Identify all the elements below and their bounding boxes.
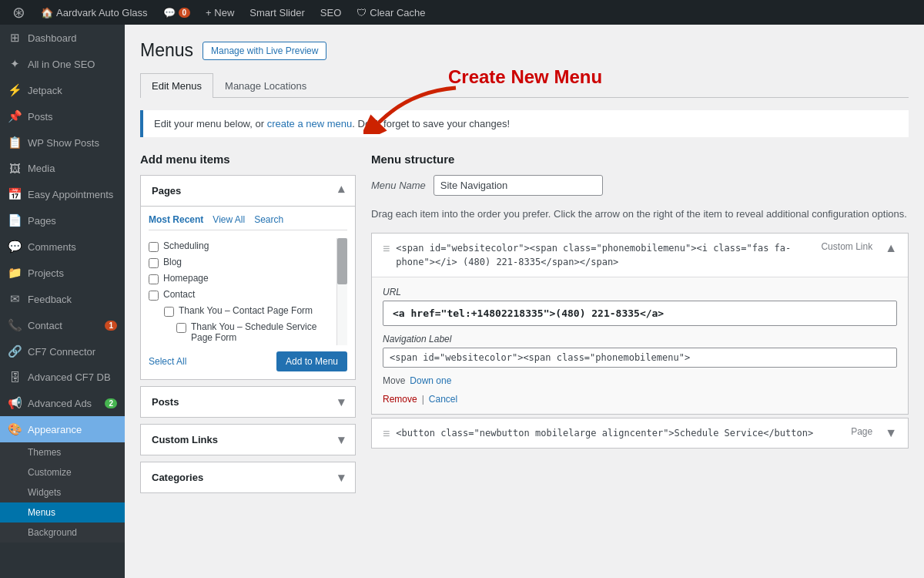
pages-icon: 📄 [8,213,22,227]
posts-accordion-header[interactable]: Posts ▾ [141,387,355,417]
page-checkbox-blog[interactable] [149,258,159,268]
appointments-icon: 📅 [8,187,22,201]
custom-links-accordion-header[interactable]: Custom Links ▾ [141,425,355,455]
menu-name-input[interactable] [434,175,603,196]
page-header: Menus Manage with Live Preview [140,40,909,61]
sidebar-item-all-in-one-seo[interactable]: ✦ All in One SEO [0,51,125,77]
sidebar-item-feedback[interactable]: ✉ Feedback [0,286,125,312]
sidebar-item-label: Comments [28,241,76,253]
submenu-label: Menus [28,507,55,518]
pages-accordion-footer: Select All Add to Menu [149,351,347,371]
categories-accordion-header[interactable]: Categories ▾ [141,462,355,492]
tab-most-recent[interactable]: Most Recent [149,214,203,225]
menu-item-expanded: URL <a href="tel:+14802218335">(480) 221… [372,277,908,414]
comments-link[interactable]: 💬 0 [157,0,197,25]
seo-link[interactable]: SEO [314,0,347,25]
sidebar-item-label: Media [28,163,55,174]
list-item: Thank You – Schedule Service Page Form [149,319,336,345]
add-to-menu-button[interactable]: Add to Menu [276,351,347,371]
url-display: <a href="tel:+14802218335">(480) 221-833… [383,301,897,326]
custom-links-accordion-label: Custom Links [152,434,218,445]
create-new-menu-link[interactable]: create a new menu [267,118,353,129]
smart-slider-link[interactable]: Smart Slider [243,0,311,25]
sidebar-item-contact[interactable]: 📞 Contact 1 [0,312,125,338]
smart-slider-label: Smart Slider [249,7,305,18]
cancel-link[interactable]: Cancel [429,394,457,405]
media-icon: 🖼 [8,162,22,175]
sidebar-subitem-background[interactable]: Background [0,523,125,543]
menus-layout: Add menu items Pages ▾ Most Recent View … [140,153,909,499]
live-preview-button[interactable]: Manage with Live Preview [203,42,326,60]
submenu-label: Background [28,527,77,538]
wp-logo-link[interactable]: ⊛ [6,0,32,25]
sidebar-item-label: CF7 Connector [28,346,95,358]
notice-bar: Edit your menu below, or create a new me… [140,110,909,137]
clear-cache-label: Clear Cache [370,7,425,18]
menu-item-header: ≡ <button class="newbutton mobilelarge a… [372,418,908,448]
pages-accordion: Pages ▾ Most Recent View All Search [140,175,356,380]
add-menu-items-title: Add menu items [140,153,356,166]
seo-icon: ✦ [8,57,22,71]
new-content-link[interactable]: + New [199,0,240,25]
sidebar-item-dashboard[interactable]: ⊞ Dashboard [0,25,125,51]
sidebar-item-advanced-cf7-db[interactable]: 🗄 Advanced CF7 DB [0,365,125,390]
list-item: Scheduling [149,238,336,254]
pages-accordion-label: Pages [152,185,181,197]
sidebar-item-jetpack[interactable]: ⚡ Jetpack [0,77,125,103]
page-checkbox-scheduling[interactable] [149,242,159,252]
page-checkbox-thankyou-schedule[interactable] [176,323,186,333]
menu-structure-panel: Menu structure Menu Name Drag each item … [371,153,909,452]
categories-accordion: Categories ▾ [140,462,356,493]
menu-name-label: Menu Name [371,180,426,191]
home-icon: 🏠 [41,7,53,18]
move-down-link[interactable]: Down one [410,375,451,386]
pages-accordion-header[interactable]: Pages ▾ [141,176,355,206]
page-label: Homepage [163,273,209,284]
select-all-link[interactable]: Select All [149,356,186,367]
sidebar-subitem-themes[interactable]: Themes [0,442,125,462]
submenu-label: Widgets [28,487,61,498]
tab-view-all[interactable]: View All [213,214,245,225]
tab-edit-menus[interactable]: Edit Menus [140,73,213,98]
clear-cache-link[interactable]: 🛡 Clear Cache [350,0,431,25]
menu-item-toggle-icon[interactable]: ▼ [885,426,897,440]
menus-tabs: Edit Menus Manage Locations [140,73,909,98]
menu-item-toggle-icon[interactable]: ▲ [885,241,897,255]
sidebar-subitem-widgets[interactable]: Widgets [0,482,125,502]
drag-handle-icon[interactable]: ≡ [383,426,390,440]
sidebar-item-pages[interactable]: 📄 Pages [0,207,125,234]
menu-item-card: ≡ <span id="websitecolor"><span class="p… [371,233,909,415]
sidebar-item-label: Contact [28,320,62,331]
menu-item-type: Page [851,426,872,437]
remove-link[interactable]: Remove [383,394,417,405]
list-item: Homepage [149,271,336,287]
page-checkbox-homepage[interactable] [149,274,159,284]
sidebar-item-posts[interactable]: 📌 Posts [0,103,125,129]
sidebar-item-appearance[interactable]: 🎨 Appearance [0,416,125,442]
custom-links-accordion: Custom Links ▾ [140,424,356,455]
site-name-link[interactable]: 🏠 Aardvark Auto Glass [35,0,154,25]
tab-manage-locations[interactable]: Manage Locations [213,73,318,98]
pages-scrollbar[interactable] [336,238,347,345]
tab-search[interactable]: Search [254,214,283,225]
sidebar-item-comments[interactable]: 💬 Comments [0,234,125,260]
sidebar-item-wp-show-posts[interactable]: 📋 WP Show Posts [0,129,125,156]
sidebar-item-cf7-connector[interactable]: 🔗 CF7 Connector [0,338,125,365]
categories-accordion-label: Categories [152,472,203,483]
sidebar-subitem-menus[interactable]: Menus [0,502,125,523]
page-checkbox-thankyou-contact[interactable] [164,307,174,317]
sidebar-item-media[interactable]: 🖼 Media [0,156,125,181]
posts-accordion: Posts ▾ [140,386,356,418]
sidebar-subitem-customize[interactable]: Customize [0,462,125,482]
sidebar-item-projects[interactable]: 📁 Projects [0,260,125,286]
nav-label-input[interactable] [383,348,897,368]
page-checkbox-contact[interactable] [149,291,159,301]
pages-accordion-body: Most Recent View All Search Scheduling [141,206,355,379]
drag-handle-icon[interactable]: ≡ [383,241,390,255]
nav-label-field-label: Navigation Label [383,334,897,344]
list-item: Blog [149,254,336,271]
jetpack-icon: ⚡ [8,83,22,97]
contact-icon: 📞 [8,318,22,332]
sidebar-item-advanced-ads[interactable]: 📢 Advanced Ads 2 [0,390,125,416]
sidebar-item-easy-appointments[interactable]: 📅 Easy Appointments [0,181,125,207]
